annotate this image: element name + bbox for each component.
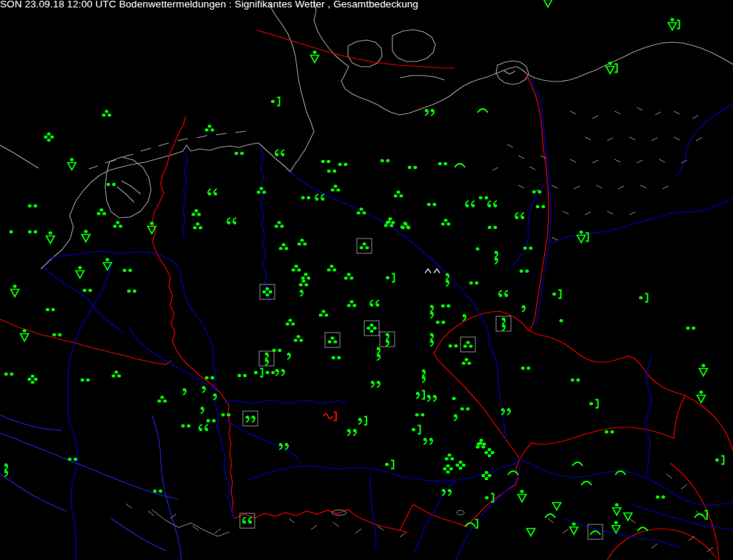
wx-rain-shower [76, 266, 84, 278]
wx-precip-in-sight [271, 98, 280, 106]
wx-rain-shower [82, 230, 90, 241]
wx-drizzle-2comma-open [515, 213, 525, 219]
wx-drizzle-comma [202, 386, 206, 393]
wx-drizzle-2comma [501, 408, 511, 415]
wx-rain-3dot [292, 264, 301, 271]
wx-rain-2dot [68, 458, 78, 461]
wx-drizzle-2comma [425, 109, 435, 116]
weather-map-screen: SON 23.09.18 12:00 UTC Bodenwettermeldun… [0, 0, 733, 560]
wx-caret [434, 269, 440, 273]
wx-rain-shower [612, 521, 620, 533]
wx-rain-2dot [221, 413, 231, 416]
wx-rain-3dot [158, 396, 167, 402]
wx-arc [455, 164, 465, 167]
wx-drizzle-2comma-stacked [422, 370, 426, 383]
wx-rain-3dot [462, 358, 472, 364]
wx-drizzle-2comma-stacked [380, 332, 395, 347]
wx-drizzle-comma [183, 388, 187, 395]
wx-rain-3dot [97, 208, 107, 215]
wx-rain-3dot [325, 333, 340, 347]
wx-drizzle-2comma [371, 381, 381, 387]
wx-precip-in-sight [485, 494, 494, 502]
wx-rain-2dot [205, 376, 215, 379]
wx-rain-3dot [394, 190, 404, 197]
wx-precip-in-sight [639, 294, 648, 302]
wx-drizzle-2comma-open [370, 300, 380, 307]
station-box [461, 337, 475, 352]
wx-drizzle-2comma-open [208, 189, 218, 196]
wx-rain-2dot [83, 289, 93, 292]
wx-drizzle-2comma-stacked [430, 305, 434, 319]
wx-rain-2dot [301, 196, 311, 199]
wx-drizzle-comma [201, 407, 204, 413]
wx-drizzle-comma [287, 353, 291, 359]
wx-rain-2dot [53, 333, 62, 336]
wx-rain-dot [9, 230, 13, 233]
wx-rain-2dot [469, 281, 479, 284]
wx-shower-triangle [544, 0, 552, 7]
wx-rain-4dot [484, 448, 495, 458]
wx-drizzle-2comma [243, 411, 258, 426]
wx-rain-3dot [205, 124, 215, 131]
wx-rain-2dot [520, 270, 529, 273]
wx-drizzle-2comma-open [240, 513, 255, 528]
wx-arc [572, 462, 583, 466]
wx-red-tilde-in-sight [324, 413, 336, 421]
wx-rain-2dot [571, 379, 580, 381]
wx-rain-2dot [123, 269, 133, 272]
wx-rain-shower [570, 522, 578, 534]
wx-arc [637, 527, 648, 531]
wx-drizzle-comma [213, 393, 217, 400]
wx-drizzle-2comma [275, 369, 285, 376]
wx-rain-2dot [479, 196, 489, 199]
wx-rain-2dot [28, 230, 38, 233]
wx-rain-2dot [266, 371, 275, 374]
wx-rain-3dot [279, 243, 289, 250]
wx-drizzle-2comma-stacked [430, 333, 434, 347]
wx-rain-2dot [449, 344, 458, 347]
wx-rain-3dot [193, 222, 203, 229]
wx-precip-in-sight [589, 400, 598, 408]
wx-rain-4dot [443, 464, 453, 474]
wx-shower-in-sight [578, 230, 589, 242]
wx-rain-2dot [4, 373, 14, 376]
wx-arc [615, 471, 626, 475]
wx-rain-2dot [441, 304, 451, 307]
wx-rain-3dot [327, 264, 337, 271]
wx-rain-3dot [192, 209, 201, 216]
wx-arc [508, 471, 518, 475]
wx-rain-2dot [523, 247, 533, 250]
wx-rain-shower [311, 50, 319, 62]
wx-drizzle-2comma-open [466, 201, 475, 207]
wx-rain-shower [47, 231, 55, 243]
wx-rain-2dot [656, 496, 666, 499]
wx-rain-shower [518, 490, 526, 501]
wx-rain-2dot [107, 183, 116, 186]
wx-rain-3dot [299, 279, 309, 286]
wx-shower-triangle [527, 529, 535, 536]
wx-rain-3dot [357, 239, 372, 253]
wx-rain-2dot [181, 424, 191, 427]
station-box [325, 333, 340, 347]
wx-precip-in-sight [552, 290, 561, 299]
wx-drizzle-2comma [279, 443, 289, 450]
station-box [357, 239, 372, 253]
wx-drizzle-2comma [442, 489, 452, 496]
wx-rain-2dot [436, 321, 446, 324]
wx-rain-shower [104, 258, 112, 270]
wx-rain-4dot [27, 375, 38, 384]
wx-rain-shower [11, 284, 19, 296]
wx-rain-2dot [427, 203, 437, 206]
wx-drizzle-2comma-open [227, 218, 237, 224]
wx-rain-4dot [481, 471, 492, 481]
wx-rain-3dot [344, 273, 354, 279]
wx-drizzle-comma [300, 290, 304, 296]
wx-shower-triangle [624, 513, 632, 521]
wx-rain-4dot [455, 461, 466, 470]
wx-drizzle-2comma-open [275, 150, 285, 156]
wx-rain-2dot [338, 163, 348, 166]
wx-rain-2dot [521, 367, 531, 370]
wx-rain-2dot [605, 430, 615, 433]
wx-rain-3dot [298, 239, 307, 245]
wx-drizzle-2comma-stacked [446, 273, 449, 287]
